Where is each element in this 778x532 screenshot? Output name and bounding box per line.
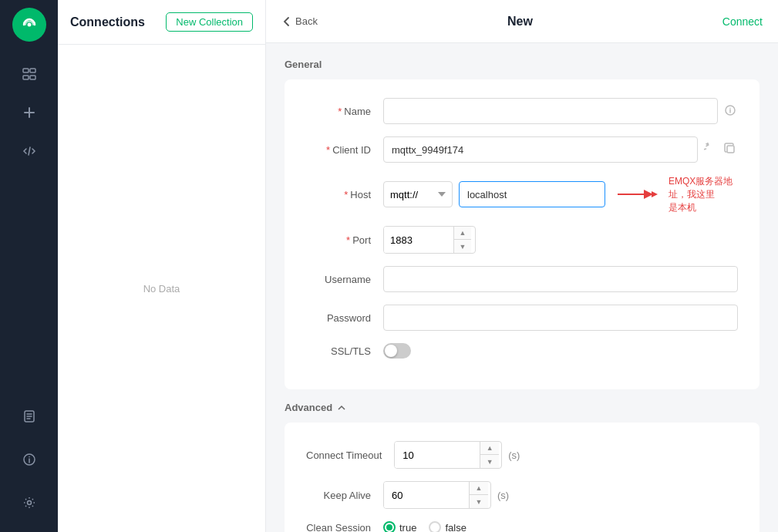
svg-marker-22 <box>652 191 658 197</box>
keep-alive-down[interactable]: ▼ <box>470 495 488 508</box>
clean-session-false-radio <box>429 521 441 532</box>
client-id-row: *Client ID <box>306 136 738 163</box>
layout-row: Connections New Collection No Data Back … <box>58 0 778 532</box>
svg-point-15 <box>29 456 30 458</box>
password-input[interactable] <box>383 305 738 331</box>
content-body: General *Name <box>266 43 778 532</box>
ssl-label: SSL/TLS <box>306 345 383 357</box>
password-row: Password <box>306 305 738 331</box>
clean-session-true-option[interactable]: true <box>383 521 416 532</box>
svg-rect-3 <box>30 69 35 72</box>
ssl-row: SSL/TLS <box>306 343 738 359</box>
clean-session-row: Clean Session true false <box>306 521 738 532</box>
keep-alive-unit: (s) <box>497 490 509 501</box>
port-down-button[interactable]: ▼ <box>454 240 471 253</box>
sidebar-item-add[interactable] <box>12 96 46 130</box>
clean-session-label: Clean Session <box>306 522 383 532</box>
sidebar-item-log[interactable] <box>12 399 46 433</box>
host-row: *Host mqtt:// mqtts:// ws:// wss:// <box>306 175 738 214</box>
ssl-toggle[interactable] <box>383 343 411 359</box>
back-label: Back <box>295 15 318 27</box>
keep-alive-row: Keep Alive ▲ ▼ (s) <box>306 481 738 509</box>
content-header: Back New Connect <box>266 0 778 43</box>
connect-timeout-label: Connect Timeout <box>306 450 394 461</box>
host-input[interactable] <box>459 181 605 207</box>
page-title: New <box>507 15 533 29</box>
sidebar-item-connections[interactable] <box>12 57 46 91</box>
app-logo[interactable] <box>12 8 46 42</box>
name-info-icon[interactable] <box>722 103 738 120</box>
keep-alive-up[interactable]: ▲ <box>470 482 488 495</box>
client-id-copy-icon[interactable] <box>722 141 738 159</box>
svg-point-1 <box>27 23 31 27</box>
connect-timeout-unit: (s) <box>508 450 520 461</box>
connect-timeout-down[interactable]: ▼ <box>480 455 499 468</box>
connect-button[interactable]: Connect <box>722 15 763 28</box>
sidebar <box>0 0 58 532</box>
left-panel: Connections New Collection No Data <box>58 0 266 532</box>
svg-line-8 <box>29 147 30 155</box>
clean-session-true-radio <box>383 521 396 532</box>
username-label: Username <box>306 274 383 285</box>
svg-rect-5 <box>30 76 35 79</box>
client-id-refresh-icon[interactable] <box>702 141 718 159</box>
port-up-button[interactable]: ▲ <box>454 227 471 240</box>
keep-alive-input[interactable] <box>384 482 469 508</box>
clean-session-false-option[interactable]: false <box>429 521 466 532</box>
svg-rect-7 <box>24 112 35 113</box>
clean-session-false-label: false <box>445 522 466 532</box>
port-label: *Port <box>306 234 383 246</box>
port-row: *Port ▲ ▼ <box>306 226 738 254</box>
general-section: *Name <box>285 79 759 389</box>
advanced-section-title: Advanced <box>285 402 759 413</box>
sidebar-item-script[interactable] <box>12 134 46 168</box>
name-input[interactable] <box>383 98 718 124</box>
connect-timeout-input[interactable] <box>395 442 480 468</box>
clean-session-radio-group: true false <box>383 521 466 532</box>
left-panel-header: Connections New Collection <box>58 0 265 45</box>
general-section-title: General <box>285 59 759 70</box>
name-row: *Name <box>306 98 738 124</box>
client-id-label: *Client ID <box>306 144 383 156</box>
password-label: Password <box>306 312 383 324</box>
host-label: *Host <box>306 189 383 200</box>
connect-timeout-row: Connect Timeout ▲ ▼ (s) <box>306 441 738 469</box>
sidebar-bottom <box>12 399 46 524</box>
name-label: *Name <box>306 106 383 117</box>
username-row: Username <box>306 266 738 292</box>
svg-rect-2 <box>23 69 29 72</box>
advanced-section: Connect Timeout ▲ ▼ (s) Keep Alive <box>285 423 759 532</box>
clean-session-true-label: true <box>399 522 416 532</box>
svg-rect-20 <box>727 146 734 153</box>
client-id-input[interactable] <box>383 136 698 163</box>
content-area: Back New Connect General *Name <box>266 0 778 532</box>
port-input[interactable] <box>384 227 453 253</box>
sidebar-item-settings[interactable] <box>12 486 46 520</box>
back-button[interactable]: Back <box>281 15 318 27</box>
svg-point-16 <box>27 501 31 505</box>
host-annotation-text: EMQX服务器地址，我这里 是本机 <box>669 175 738 214</box>
no-data-label: No Data <box>58 45 265 532</box>
new-collection-button[interactable]: New Collection <box>166 12 253 32</box>
connect-timeout-up[interactable]: ▲ <box>480 442 499 455</box>
host-annotation: EMQX服务器地址，我这里 是本机 <box>618 175 738 214</box>
left-panel-title: Connections <box>70 15 145 29</box>
keep-alive-label: Keep Alive <box>306 490 383 501</box>
host-protocol-select[interactable]: mqtt:// mqtts:// ws:// wss:// <box>383 181 453 207</box>
sidebar-item-info[interactable] <box>12 443 46 476</box>
svg-rect-4 <box>23 76 29 79</box>
username-input[interactable] <box>383 266 738 292</box>
svg-point-19 <box>729 107 730 108</box>
